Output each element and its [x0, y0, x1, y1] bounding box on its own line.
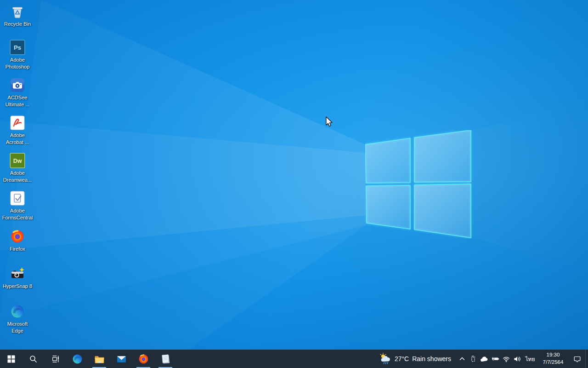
taskbar-empty-area — [176, 350, 374, 368]
icon-label: AdobeDreamwea... — [3, 170, 32, 184]
desktop-icon-acdsee[interactable]: ACDSeeUltimate ... — [0, 77, 35, 108]
volume-tray-button[interactable] — [512, 350, 523, 368]
mail-icon — [116, 353, 127, 365]
svg-text:Dw: Dw — [13, 158, 22, 164]
search-icon — [29, 355, 37, 363]
icon-label: ACDSeeUltimate ... — [6, 94, 30, 108]
svg-text:Ps: Ps — [14, 44, 21, 51]
phone-link-icon — [469, 355, 477, 362]
weather-temperature: 27°C — [395, 355, 409, 362]
chevron-up-icon — [459, 356, 465, 362]
taskbar-app-edge[interactable] — [66, 350, 88, 368]
hypersnap-icon — [10, 266, 25, 282]
firefox-icon — [10, 229, 25, 244]
taskbar-app-notepad[interactable] — [154, 350, 176, 368]
acrobat-icon — [10, 115, 25, 131]
icon-label: Recycle Bin — [4, 21, 31, 28]
rain-showers-icon — [379, 353, 391, 365]
icon-label: Firefox — [10, 246, 25, 253]
desktop-icon-hypersnap[interactable]: HyperSnap 8 — [0, 266, 35, 290]
show-desktop-button[interactable] — [585, 350, 588, 368]
windows-logo — [365, 130, 472, 239]
icon-label: AdobePhotoshop — [6, 57, 30, 70]
desktop-icon-firefox[interactable]: Firefox — [0, 229, 35, 253]
notepad-icon — [160, 353, 171, 365]
clock[interactable]: 19:30 7/7/2564 — [537, 350, 569, 368]
icon-label: AdobeAcrobat ... — [6, 132, 29, 146]
clock-time: 19:30 — [547, 351, 560, 359]
battery-tray-button[interactable] — [490, 350, 501, 368]
action-center-button[interactable] — [569, 350, 585, 368]
photoshop-icon: Ps — [10, 40, 25, 55]
acdsee-icon — [10, 77, 25, 93]
recycle-bin-icon — [10, 4, 25, 19]
taskbar-app-file-explorer[interactable] — [88, 350, 110, 368]
formscentral-icon — [10, 190, 25, 206]
desktop-icon-microsoft-edge[interactable]: MicrosoftEdge — [0, 304, 35, 334]
taskbar: 27°C Rain showers — [0, 350, 588, 368]
network-tray-button[interactable] — [501, 350, 512, 368]
edge-icon — [10, 304, 25, 319]
dreamweaver-icon: Dw — [10, 153, 25, 168]
windows-start-icon — [7, 355, 15, 363]
desktop-icon-recycle-bin[interactable]: Recycle Bin — [0, 4, 35, 28]
wallpaper-shade — [0, 0, 588, 350]
language-indicator[interactable]: ไทย — [523, 350, 537, 368]
phone-link-tray-button[interactable] — [468, 350, 479, 368]
edge-icon — [72, 353, 83, 365]
icon-label: AdobeFormsCentral — [2, 207, 33, 221]
search-button[interactable] — [22, 350, 44, 368]
wifi-icon — [503, 356, 510, 362]
taskbar-app-mail[interactable] — [110, 350, 132, 368]
desktop-icon-adobe-dreamweaver[interactable]: Dw AdobeDreamwea... — [0, 153, 35, 184]
file-explorer-icon — [94, 353, 105, 365]
start-button[interactable] — [0, 350, 22, 368]
show-hidden-icons-button[interactable] — [457, 350, 468, 368]
icon-label: MicrosoftEdge — [7, 321, 28, 334]
onedrive-tray-button[interactable] — [479, 350, 490, 368]
desktop-icon-adobe-formscentral[interactable]: AdobeFormsCentral — [0, 190, 35, 221]
desktop-icon-adobe-acrobat[interactable]: AdobeAcrobat ... — [0, 115, 35, 146]
desktop-icon-adobe-photoshop[interactable]: Ps AdobePhotoshop — [0, 40, 35, 70]
weather-widget[interactable]: 27°C Rain showers — [374, 350, 457, 368]
taskbar-app-firefox[interactable] — [132, 350, 154, 368]
clock-date: 7/7/2564 — [543, 359, 564, 366]
battery-charging-icon — [492, 355, 499, 362]
speaker-icon — [514, 356, 521, 362]
icon-label: HyperSnap 8 — [3, 283, 32, 290]
firefox-icon — [138, 353, 149, 365]
task-view-button[interactable] — [44, 350, 66, 368]
weather-condition: Rain showers — [412, 355, 451, 362]
onedrive-cloud-icon — [480, 356, 488, 362]
desktop-wallpaper: Recycle Bin Ps AdobePhotoshop ACDSeeUlti… — [0, 0, 588, 350]
task-view-icon — [51, 355, 59, 363]
notification-bubble-icon — [573, 355, 581, 363]
